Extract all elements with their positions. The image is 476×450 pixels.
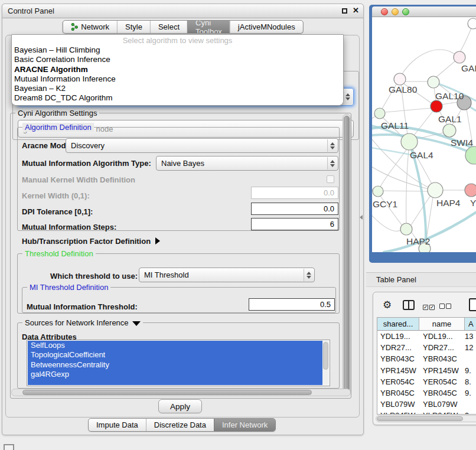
- network-node-selected-red[interactable]: [431, 100, 442, 112]
- mi-threshold-field[interactable]: 0.5: [249, 298, 335, 311]
- node-label: HAP4: [436, 198, 461, 208]
- algorithm-dropdown-popup: Select algorithm to view settings Bayesi…: [11, 34, 344, 106]
- tab-jactivemnodules-label: jActiveMNodules: [238, 22, 295, 31]
- hub-definition-toggle[interactable]: Hub/Transcription Factor Definition: [22, 237, 160, 246]
- which-threshold-combo[interactable]: MI Threshold: [139, 268, 315, 282]
- node-label: SWI4: [451, 138, 473, 148]
- tab-impute-data[interactable]: Impute Data: [89, 419, 146, 431]
- table-panel-titlebar: Table Panel: [366, 272, 476, 287]
- tab-discretize-data[interactable]: Discretize Data: [146, 419, 214, 431]
- dropdown-item[interactable]: Dream8 DC_TDC Algorithm: [12, 93, 343, 103]
- float-window-icon[interactable]: [342, 8, 347, 14]
- window-zoom-icon[interactable]: [402, 8, 409, 15]
- aracne-mode-combo[interactable]: Discovery: [66, 138, 338, 153]
- list-item[interactable]: TopologicalCoefficient: [28, 350, 322, 360]
- manual-kernel-checkbox[interactable]: [327, 175, 334, 183]
- node-label: GAL1: [438, 114, 462, 124]
- dropdown-item-selected[interactable]: ARACNE Algorithm: [12, 65, 343, 74]
- mi-steps-field[interactable]: 6: [251, 218, 338, 230]
- tab-infer-network[interactable]: Infer Network: [214, 419, 275, 431]
- cyni-bottom-tabs: Impute Data Discretize Data Infer Networ…: [88, 418, 276, 432]
- settings-vertical-scrollbar[interactable]: [343, 114, 351, 396]
- table-panel-window: ⚙ ✓✓ shared... name A YDL19...YDL19...13…: [373, 292, 476, 425]
- tab-select[interactable]: Select: [150, 21, 187, 33]
- table-row[interactable]: YER054CYER054C8.: [377, 376, 476, 387]
- network-node-gcy1[interactable]: [373, 186, 383, 197]
- close-icon[interactable]: ✕: [353, 6, 359, 15]
- data-attributes-list[interactable]: SelfLoops TopologicalCoefficient Between…: [27, 340, 330, 386]
- collapsed-arrow-icon: [155, 237, 160, 244]
- dpi-tolerance-label: DPI Tolerance [0,1]:: [22, 207, 93, 216]
- kernel-width-label: Kernel Width (0,1):: [22, 191, 90, 200]
- table-horizontal-scrollbar[interactable]: [376, 415, 476, 422]
- tab-cyni-toolbox[interactable]: Cyni Toolbox: [187, 21, 230, 33]
- window-minimize-icon[interactable]: [392, 8, 399, 15]
- network-node[interactable]: [465, 184, 476, 197]
- table-row[interactable]: YBR043CYBR043C: [377, 353, 476, 364]
- network-node-hap4[interactable]: [428, 182, 443, 198]
- network-node[interactable]: [468, 18, 476, 29]
- split-columns-icon[interactable]: [403, 300, 415, 310]
- table-toolbar: ⚙ ✓✓: [373, 292, 476, 317]
- table-row[interactable]: YBL079WYBL079W: [377, 399, 476, 410]
- network-node-gal10[interactable]: [428, 76, 439, 88]
- mi-threshold-definition-title: MI Threshold Definition: [27, 283, 110, 292]
- manual-kernel-label: Manual Kernel Width Definition: [22, 175, 135, 184]
- column-header-clipped[interactable]: A: [465, 318, 476, 330]
- minimized-panel-icon[interactable]: [4, 444, 14, 450]
- network-node-gal11[interactable]: [374, 108, 385, 119]
- network-canvas[interactable]: GAL GAL80 GAL10 GAL1 GAL11 SWI4 GAL4 GCY…: [372, 17, 476, 252]
- kernel-width-field[interactable]: 0.0: [251, 187, 338, 199]
- node-label: GAL11: [381, 120, 409, 131]
- deselect-all-icon[interactable]: [439, 302, 452, 311]
- network-window-titlebar: [372, 6, 476, 17]
- network-node-hap2[interactable]: [400, 223, 412, 235]
- node-label: GAL80: [389, 84, 418, 94]
- window-close-icon[interactable]: [381, 8, 388, 15]
- table-row[interactable]: YPR145WYPR145W9.: [377, 365, 476, 376]
- control-panel-title: Control Panel: [8, 6, 54, 15]
- apply-button[interactable]: Apply: [158, 399, 202, 413]
- tab-network-label: Network: [81, 22, 109, 31]
- list-item[interactable]: SelfLoops: [28, 341, 322, 350]
- gear-icon[interactable]: ⚙: [383, 299, 392, 311]
- network-node-gal80[interactable]: [394, 73, 406, 85]
- dropdown-item[interactable]: Mutual Information Inference: [12, 74, 343, 84]
- mi-type-label: Mutual Information Algorithm Type:: [22, 159, 151, 168]
- control-panel-tabs: Network Style Select Cyni Toolbox jActiv…: [62, 20, 303, 34]
- list-item[interactable]: BetweennessCentrality: [28, 360, 322, 370]
- column-header-name[interactable]: name: [419, 318, 465, 330]
- network-node-gal4[interactable]: [401, 133, 418, 150]
- network-node[interactable]: [465, 146, 476, 164]
- tab-select-label: Select: [158, 22, 180, 31]
- table-row[interactable]: YBR045CYBR045C9.: [377, 387, 476, 399]
- dpi-tolerance-field[interactable]: 0.0: [251, 203, 338, 215]
- list-vertical-scrollbar[interactable]: [322, 341, 329, 385]
- tab-style[interactable]: Style: [117, 21, 150, 33]
- export-table-icon[interactable]: [469, 298, 476, 311]
- column-header-shared-name[interactable]: shared...: [377, 318, 419, 330]
- tab-network[interactable]: Network: [63, 21, 117, 33]
- list-item[interactable]: gal4RGexp: [28, 370, 322, 379]
- network-view-window: GAL GAL80 GAL10 GAL1 GAL11 SWI4 GAL4 GCY…: [369, 5, 476, 263]
- table-row[interactable]: YLR345WYLR345W9.: [377, 410, 476, 415]
- sources-title[interactable]: Sources for Network Inference: [22, 318, 143, 327]
- dropdown-item[interactable]: Basic Correlation Inference: [12, 55, 343, 64]
- select-all-icon[interactable]: ✓✓: [423, 302, 436, 311]
- tab-jactivemnodules[interactable]: jActiveMNodules: [230, 21, 303, 33]
- table-row[interactable]: YDR27...YDR27...12: [377, 342, 476, 353]
- mi-type-combo[interactable]: Naive Bayes: [156, 156, 338, 171]
- combo-spinner-icon: [343, 89, 353, 105]
- dropdown-item[interactable]: Bayesian – K2: [12, 84, 343, 93]
- mi-threshold-label: Mutual Information Threshold:: [27, 302, 138, 311]
- node-label: HAP2: [406, 236, 431, 246]
- node-label: GAL4: [410, 150, 433, 160]
- settings-group-title: Cyni Algorithm Settings: [15, 109, 99, 118]
- panel-divider-handle[interactable]: [360, 215, 363, 220]
- table-row[interactable]: YDL19...YDL19...13: [377, 331, 476, 342]
- settings-horizontal-scrollbar[interactable]: [11, 389, 351, 396]
- network-node[interactable]: [454, 51, 465, 63]
- dropdown-item[interactable]: Bayesian – Hill Climbing: [12, 45, 343, 55]
- dropdown-prompt: Select algorithm to view settings: [12, 35, 343, 45]
- network-node-swi4[interactable]: [443, 124, 456, 137]
